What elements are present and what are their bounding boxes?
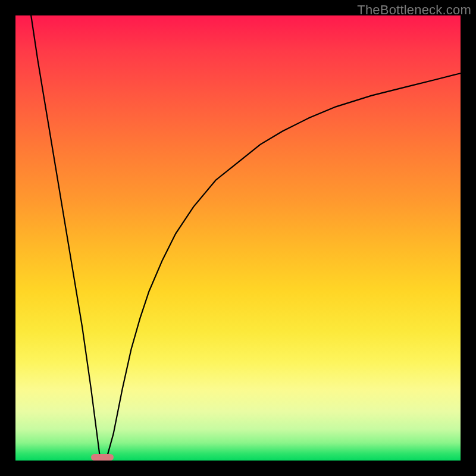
curve-left-branch: [31, 15, 100, 458]
curve-right-branch: [107, 73, 461, 458]
plot-area: [15, 15, 461, 461]
minimum-marker: [91, 454, 113, 461]
curve-svg: [15, 15, 461, 461]
watermark-text: TheBottleneck.com: [357, 2, 471, 18]
chart-frame: TheBottleneck.com: [0, 0, 476, 476]
